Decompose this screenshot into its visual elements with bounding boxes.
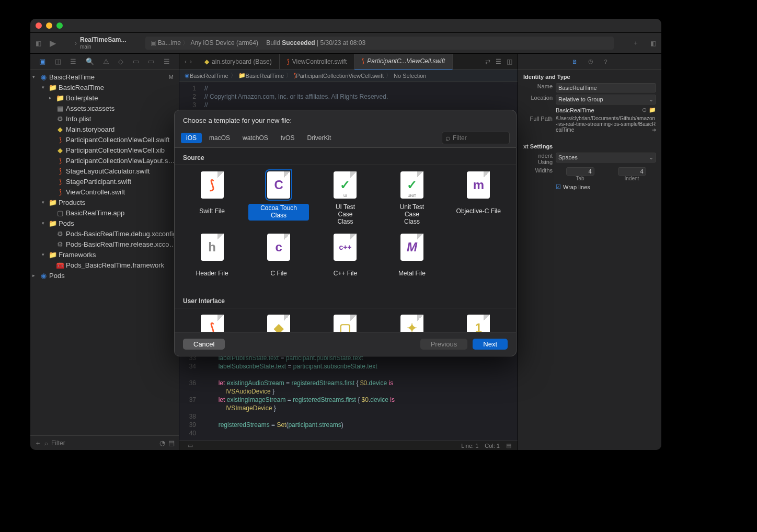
scm-filter-icon[interactable]: ▤ — [168, 439, 175, 447]
platform-tab-watchos[interactable]: watchOS — [237, 133, 273, 143]
close-window-button[interactable] — [36, 22, 42, 29]
sheet-footer: Cancel Previous Next — [175, 332, 516, 356]
minimap-toggle-icon[interactable]: ▤ — [506, 442, 511, 449]
scheme-name: RealTimeSam... — [80, 37, 127, 43]
tree-item[interactable]: ⟆ParticipantCollectionViewLayout.swift — [30, 155, 179, 166]
navigator-filter-input[interactable] — [51, 440, 156, 447]
reveal-in-finder-icon[interactable]: ➔ — [652, 127, 656, 133]
template-launch-screen[interactable]: 1Launch Screen — [446, 310, 511, 332]
template-unit-test-case-class[interactable]: ✓UNITUnit TestCaseClass — [380, 167, 444, 227]
editor-layout-icon[interactable]: ☰ — [496, 58, 501, 65]
add-file-icon[interactable]: ＋ — [35, 438, 41, 448]
pods-project-root[interactable]: ▸ ◉ Pods — [30, 270, 179, 281]
add-button-icon[interactable]: ＋ — [633, 39, 639, 48]
report-navigator-tab-icon[interactable]: ☰ — [164, 57, 170, 65]
tree-item[interactable]: ⚙Pods-BasicRealTime.debug.xcconfig — [30, 228, 179, 239]
tree-item[interactable]: ▢BasicRealTime.app — [30, 207, 179, 218]
template-filter-input[interactable] — [453, 134, 506, 142]
template-ui-test-case-class[interactable]: ✓UIUI TestCaseClass — [313, 167, 377, 227]
inspector-location-select[interactable]: Relative to Group⌄ — [556, 95, 656, 105]
open-location-icon[interactable]: 📁 — [649, 107, 656, 113]
template-cocoa-touch-class[interactable]: CCocoa TouchClass — [246, 167, 311, 227]
platform-tab-driverkit[interactable]: DriverKit — [302, 133, 336, 143]
tree-item[interactable]: 🧰Pods_BasicRealTime.framework — [30, 260, 179, 270]
editor-options-icon[interactable]: ⇄ — [485, 58, 490, 65]
template-metal-file[interactable]: MMetal File — [380, 229, 444, 284]
platform-tab-ios[interactable]: iOS — [181, 133, 202, 143]
tree-item[interactable]: ▦Assets.xcassets — [30, 103, 179, 113]
tree-item[interactable]: ▾📁Frameworks — [30, 249, 179, 260]
indent-using-select[interactable]: Spaces⌄ — [556, 153, 656, 163]
recent-filter-icon[interactable]: ◔ — [159, 439, 165, 447]
editor-status-bar: ▭ Line: 1 Col: 1 ▤ — [179, 441, 518, 450]
history-inspector-tab-icon[interactable]: ◷ — [588, 58, 593, 65]
source-control-navigator-tab-icon[interactable]: ◫ — [55, 57, 61, 65]
find-navigator-tab-icon[interactable]: 🔍 — [86, 57, 94, 65]
toggle-sidebar-icon[interactable]: ◧ — [36, 40, 41, 47]
tab-width-field[interactable]: 4 — [566, 167, 594, 176]
editor-tab-2[interactable]: ⟆ViewController.swift — [280, 54, 354, 70]
template-swift-file[interactable]: ⟆Swift File — [180, 167, 244, 227]
inspector-name-field[interactable]: BasicRealTime — [556, 83, 656, 92]
tree-item[interactable]: ▾📁BasicRealTime — [30, 82, 179, 92]
tree-item[interactable]: ◆ParticipantCollectionViewCell.xib — [30, 145, 179, 155]
editor-tab-1[interactable]: ◆ain.storyboard (Base) — [197, 54, 280, 70]
template-empty[interactable]: ✦Empty — [380, 310, 444, 332]
template-section-header: User Interface — [175, 291, 516, 308]
template-objective-c-file[interactable]: mObjective-C File — [446, 167, 511, 227]
jump-bar[interactable]: ◉ BasicRealTime〉 📁 BasicRealTime〉 ⟆ Part… — [179, 70, 518, 82]
choose-location-icon[interactable]: ⊖ — [642, 107, 647, 113]
tree-item[interactable]: ⚙Info.plist — [30, 113, 179, 124]
next-button[interactable]: Next — [473, 339, 508, 350]
filter-icon: ⌕ — [44, 440, 48, 446]
file-inspector-tab-icon[interactable]: 🗎 — [572, 59, 578, 65]
platform-tab-tvos[interactable]: tvOS — [276, 133, 300, 143]
tree-item[interactable]: ◆Main.storyboard — [30, 124, 179, 134]
template-c-file[interactable]: cC File — [246, 229, 311, 284]
indent-width-field[interactable]: 4 — [618, 167, 646, 176]
debug-area-toggle-icon[interactable]: ▭ — [188, 442, 193, 449]
run-button-icon[interactable]: ▶ — [50, 38, 56, 48]
bookmarks-navigator-tab-icon[interactable]: ☰ — [70, 57, 76, 65]
tree-item[interactable]: ▾📁Pods — [30, 218, 179, 228]
debug-navigator-tab-icon[interactable]: ▭ — [133, 57, 139, 65]
editor-tab-bar: ‹ › ◆ain.storyboard (Base) ⟆ViewControll… — [179, 54, 518, 70]
library-button-icon[interactable]: ◧ — [650, 40, 656, 47]
issue-navigator-tab-icon[interactable]: ⚠ — [103, 57, 109, 65]
navigator-filter: ＋ ⌕ ◔ ▤ — [30, 435, 179, 450]
add-editor-icon[interactable]: ◫ — [507, 58, 512, 65]
wrap-lines-checkbox[interactable]: ☑ — [556, 183, 561, 190]
test-navigator-tab-icon[interactable]: ◇ — [118, 57, 123, 65]
scheme-selector[interactable]: › RealTimeSam... main — [75, 37, 127, 49]
minimize-window-button[interactable] — [46, 22, 52, 29]
project-navigator-tab-icon[interactable]: ▣ — [39, 57, 45, 65]
new-file-template-sheet: Choose a template for your new file: iOS… — [174, 110, 517, 356]
template-header-file[interactable]: hHeader File — [180, 229, 244, 284]
platform-tab-macos[interactable]: macOS — [204, 133, 235, 143]
cancel-button[interactable]: Cancel — [183, 339, 225, 350]
template-view[interactable]: ▢View — [313, 310, 377, 332]
nav-back-icon[interactable]: ‹ — [185, 58, 187, 65]
project-root[interactable]: ▾ ◉ BasicRealTime M — [30, 72, 179, 82]
template-filter: ⌕ — [442, 132, 510, 144]
zoom-window-button[interactable] — [56, 22, 63, 29]
tree-item[interactable]: ▸📁Boilerplate — [30, 92, 179, 103]
template-swiftui-view[interactable]: ⟆SwiftUI View — [180, 310, 244, 332]
editor-tab-3[interactable]: ⟆ParticipantC...ViewCell.swift — [354, 54, 453, 70]
breakpoint-navigator-tab-icon[interactable]: ▭ — [148, 57, 154, 65]
template-storyboard[interactable]: ◆Storyboard — [246, 310, 311, 332]
navigator-tab-bar: ▣ ◫ ☰ 🔍 ⚠ ◇ ▭ ▭ ☰ — [30, 54, 179, 70]
tree-item[interactable]: ⟆StageLayoutCalculator.swift — [30, 166, 179, 176]
tree-item[interactable]: ⟆ParticipantCollectionViewCell.swift — [30, 134, 179, 145]
template-list[interactable]: Source⟆Swift FileCCocoa TouchClass✓UIUI … — [175, 148, 516, 332]
tree-item[interactable]: ⟆StageParticipant.swift — [30, 176, 179, 187]
help-inspector-tab-icon[interactable]: ? — [604, 59, 607, 65]
previous-button[interactable]: Previous — [420, 339, 468, 350]
tree-item[interactable]: ⚙Pods-BasicRealTime.release.xcconfig — [30, 239, 179, 249]
tree-item[interactable]: ▾📁Products — [30, 197, 179, 207]
tree-item[interactable]: ⟆ViewController.swift — [30, 187, 179, 197]
template-c-file[interactable]: c++C++ File — [313, 229, 377, 284]
activity-view[interactable]: ▣ Ba...ime 〉 Any iOS Device (arm64) Buil… — [145, 37, 614, 50]
source-editor-lower[interactable]: 33343637383940 labelPublishState.text = … — [179, 352, 518, 441]
nav-forward-icon[interactable]: › — [190, 58, 192, 65]
